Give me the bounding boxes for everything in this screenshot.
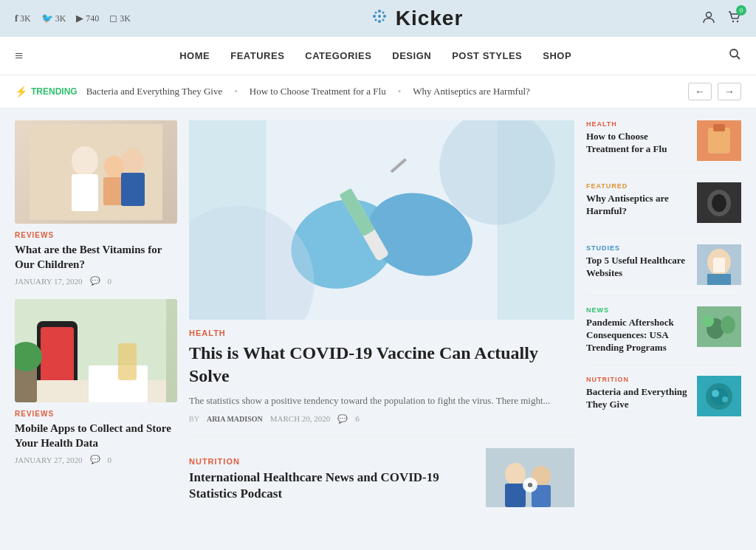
top-right-actions: 0 (701, 10, 741, 28)
left-article-1: REVIEWS What are the Best Vitamins for O… (15, 120, 177, 286)
svg-point-11 (737, 20, 738, 21)
featured-excerpt: The statistics show a positive tendency … (189, 393, 574, 408)
top-bar: 𝐟 3K 🐦 3K ▶ 740 ◻ 3K (0, 0, 756, 37)
right-article-3-category: STUDIES (586, 244, 690, 252)
svg-point-58 (702, 315, 714, 327)
trending-items: Bacteria and Everything They Give • How … (86, 86, 679, 97)
svg-point-5 (374, 12, 377, 14)
trending-navigation: ← → (688, 83, 741, 100)
cart-badge: 0 (736, 5, 746, 16)
bottom-article-title[interactable]: International Healthcare News and COVID-… (189, 470, 477, 502)
svg-point-61 (710, 388, 728, 405)
left-article-1-comments: 0 (108, 277, 112, 286)
bottom-article-text: NUTRITION International Healthcare News … (189, 448, 477, 507)
right-article-2: FEATURED Why Antiseptics are Harmful? (586, 182, 741, 234)
bottom-article-image (486, 448, 574, 507)
svg-rect-20 (121, 173, 145, 206)
right-article-5-title[interactable]: Bacteria and Everything They Give (586, 386, 690, 411)
search-icon[interactable] (728, 47, 741, 64)
trending-next-button[interactable]: → (718, 83, 741, 100)
svg-rect-23 (41, 327, 74, 386)
nav-links: HOME FEATURES CATEGORIES DESIGN POST STY… (179, 37, 571, 75)
trending-prev-button[interactable]: ← (688, 83, 712, 100)
left-article-1-title[interactable]: What are the Best Vitamins for Our Child… (15, 243, 177, 272)
svg-point-1 (378, 10, 381, 13)
featured-title[interactable]: This is What COVID-19 Vaccine Can Actual… (189, 342, 574, 388)
hamburger-menu[interactable]: ≡ (15, 47, 23, 64)
logo-icon (369, 6, 390, 31)
featured-comments: 6 (355, 414, 360, 423)
right-article-2-title[interactable]: Why Antiseptics are Harmful? (586, 193, 690, 218)
right-article-1-text: HEALTH How to Choose Treatment for a Flu (586, 120, 690, 156)
right-article-2-category: FEATURED (586, 182, 690, 190)
instagram-count: 3K (120, 13, 131, 24)
right-article-4-title[interactable]: Pandemic Aftershock Consequences: USA Tr… (586, 317, 690, 354)
twitter-link[interactable]: 🐦 3K (41, 13, 66, 24)
youtube-link[interactable]: ▶ 740 (76, 13, 99, 24)
twitter-icon: 🐦 (41, 13, 53, 24)
svg-point-39 (505, 463, 526, 485)
right-article-2-text: FEATURED Why Antiseptics are Harmful? (586, 182, 690, 218)
left-article-2-image (15, 299, 177, 402)
svg-rect-16 (72, 174, 98, 211)
right-article-2-image (697, 182, 741, 223)
svg-rect-47 (713, 124, 725, 131)
left-article-1-image (15, 120, 177, 224)
left-article-2-comments: 0 (108, 456, 112, 464)
center-column: HEALTH This is What COVID-19 Vaccine Can… (189, 120, 574, 507)
right-article-4: NEWS Pandemic Aftershock Consequences: U… (586, 306, 741, 365)
comment-icon-3: 💬 (337, 414, 348, 424)
left-article-1-date: JANUARY 17, 2020 (15, 277, 83, 286)
svg-point-57 (721, 316, 735, 334)
right-article-3: STUDIES Top 5 Useful Healthcare Websites (586, 244, 741, 296)
cart-icon[interactable]: 0 (726, 10, 741, 28)
nav-post-styles[interactable]: POST STYLES (452, 37, 522, 75)
youtube-icon: ▶ (76, 13, 83, 24)
svg-point-2 (378, 20, 381, 23)
svg-point-15 (72, 146, 98, 176)
svg-point-63 (722, 396, 728, 402)
left-column: REVIEWS What are the Best Vitamins for O… (15, 120, 177, 507)
svg-rect-53 (707, 274, 731, 285)
nav-categories[interactable]: CATEGORIES (305, 37, 371, 75)
right-article-4-category: NEWS (586, 306, 690, 314)
right-article-5-text: NUTRITION Bacteria and Everything They G… (586, 376, 690, 411)
comment-icon: 💬 (90, 276, 100, 286)
nav-features[interactable]: FEATURES (230, 37, 284, 75)
trending-item-1[interactable]: Bacteria and Everything They Give (86, 86, 223, 97)
featured-author: ARIA MADISON (207, 415, 263, 423)
right-article-4-text: NEWS Pandemic Aftershock Consequences: U… (586, 306, 690, 354)
left-article-2-title[interactable]: Mobile Apps to Collect and Store Your He… (15, 422, 177, 450)
right-article-1: HEALTH How to Choose Treatment for a Flu (586, 120, 741, 172)
bolt-icon: ⚡ (15, 86, 27, 97)
right-article-1-title[interactable]: How to Choose Treatment for a Flu (586, 131, 690, 156)
svg-point-4 (383, 15, 386, 18)
user-icon[interactable] (701, 10, 716, 28)
svg-rect-18 (103, 177, 124, 205)
right-article-3-title[interactable]: Top 5 Useful Healthcare Websites (586, 255, 690, 280)
trending-item-2[interactable]: How to Choose Treatment for a Flu (250, 86, 386, 97)
featured-meta: BY ARIA MADISON MARCH 20, 2020 💬 6 (189, 414, 574, 424)
divider (189, 436, 574, 436)
facebook-link[interactable]: 𝐟 3K (15, 13, 31, 24)
twitter-count: 3K (55, 13, 66, 24)
right-article-3-text: STUDIES Top 5 Useful Healthcare Websites (586, 244, 690, 280)
svg-point-62 (712, 390, 719, 397)
comment-icon-2: 💬 (90, 455, 100, 464)
instagram-link[interactable]: ◻ 3K (109, 13, 131, 24)
trending-item-3[interactable]: Why Antiseptics are Harmful? (413, 86, 529, 97)
logo[interactable]: Kicker (369, 6, 464, 31)
navigation: ≡ HOME FEATURES CATEGORIES DESIGN POST S… (0, 37, 756, 75)
right-article-3-image (697, 244, 741, 285)
right-article-5-image (697, 376, 741, 416)
left-article-1-category: REVIEWS (15, 231, 177, 239)
nav-home[interactable]: HOME (179, 37, 210, 75)
social-links: 𝐟 3K 🐦 3K ▶ 740 ◻ 3K (15, 13, 131, 24)
svg-rect-40 (505, 484, 526, 507)
nav-shop[interactable]: SHOP (543, 37, 571, 75)
author-label: BY (189, 415, 199, 423)
trending-label: ⚡ TRENDING (15, 86, 78, 97)
right-article-1-category: HEALTH (586, 120, 690, 128)
nav-design[interactable]: DESIGN (392, 37, 431, 75)
svg-point-8 (382, 19, 384, 21)
